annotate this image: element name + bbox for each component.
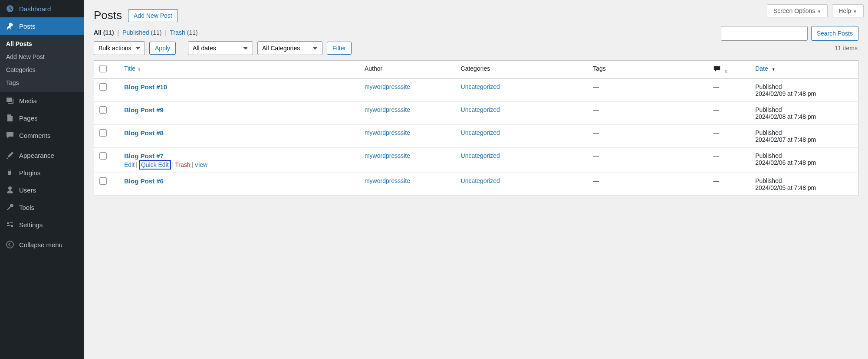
sidebar-item-pages[interactable]: Pages [0,109,84,127]
column-header-date[interactable]: Date [750,61,858,79]
sidebar-sub-all-posts[interactable]: All Posts [0,37,84,50]
column-header-author: Author [359,61,456,79]
item-count: 11 items [835,45,858,52]
sort-icon [137,67,141,72]
post-date: 2024/02/06 at 7:48 pm [755,159,816,166]
posts-table: Title Author Categories Tags Date Blog P… [94,60,858,196]
post-title-link[interactable]: Blog Post #10 [124,83,167,91]
filter-published[interactable]: Published (11) [122,29,161,36]
table-row: Blog Post #6 mywordpresssite Uncategoriz… [94,173,858,196]
post-author-link[interactable]: mywordpresssite [365,177,410,184]
sort-desc-icon [772,67,776,72]
sidebar-sub-categories[interactable]: Categories [0,63,84,76]
column-header-comments[interactable] [708,61,750,79]
post-title-link[interactable]: Blog Post #8 [124,129,164,137]
post-date-status: Published [755,129,782,136]
sidebar-item-posts[interactable]: Posts [0,17,84,35]
column-header-categories: Categories [456,61,588,79]
post-date: 2024/02/08 at 7:48 pm [755,113,816,120]
caret-down-icon: ▼ [853,9,857,14]
apply-button[interactable]: Apply [149,42,176,55]
sidebar-label: Posts [19,23,36,30]
post-author-link[interactable]: mywordpresssite [365,152,410,159]
post-author-link[interactable]: mywordpresssite [365,129,410,136]
post-title-link[interactable]: Blog Post #7 [124,152,164,160]
post-date: 2024/02/05 at 7:48 pm [755,184,816,191]
bulk-actions-select[interactable]: Bulk actions [94,41,145,55]
sidebar-item-plugins[interactable]: Plugins [0,164,84,181]
row-checkbox[interactable] [99,106,107,114]
sidebar-item-appearance[interactable]: Appearance [0,147,84,164]
sidebar-label: Dashboard [19,5,51,13]
post-title-link[interactable]: Blog Post #9 [124,106,164,114]
page-title: Posts [94,9,122,22]
table-row: Blog Post #10 mywordpresssite Uncategori… [94,79,858,102]
row-checkbox[interactable] [99,83,107,91]
page-header: Posts Add New Post [84,0,868,26]
add-new-post-button[interactable]: Add New Post [128,9,178,22]
filter-all[interactable]: All (11) [94,29,114,36]
sidebar-label: Pages [19,114,38,122]
sidebar-sub-add-new[interactable]: Add New Post [0,50,84,63]
user-icon [5,185,15,195]
dashboard-icon [5,4,15,13]
row-action-view[interactable]: View [194,161,207,168]
sidebar-item-dashboard[interactable]: Dashboard [0,0,84,17]
topbar: Screen Options▼ Help▼ [767,4,864,17]
column-header-title[interactable]: Title [119,61,359,79]
row-checkbox[interactable] [99,152,107,160]
row-action-quick-edit[interactable]: Quick Edit [139,160,171,170]
post-category-link[interactable]: Uncategorized [461,83,500,90]
main-content: Screen Options▼ Help▼ Posts Add New Post… [84,0,868,196]
table-controls: Bulk actions Apply All dates All Categor… [84,41,868,60]
filter-trash[interactable]: Trash (11) [170,29,198,36]
column-header-tags: Tags [588,61,708,79]
help-button[interactable]: Help▼ [832,4,864,17]
sidebar-sub-tags[interactable]: Tags [0,76,84,89]
sidebar-label: Comments [19,132,51,139]
post-comments-count: — [713,177,719,184]
post-tags: — [593,152,599,159]
sidebar-item-comments[interactable]: Comments [0,127,84,144]
search-posts-button[interactable]: Search Posts [811,26,858,41]
sidebar-label: Media [19,97,37,104]
post-comments-count: — [713,129,719,136]
sidebar-submenu-posts: All Posts Add New Post Categories Tags [0,35,84,92]
sidebar-label: Plugins [19,169,40,176]
post-date: 2024/02/07 at 7:48 pm [755,136,816,143]
date-filter-select[interactable]: All dates [188,41,253,55]
post-tags: — [593,106,599,113]
sidebar-item-users[interactable]: Users [0,181,84,196]
post-author-link[interactable]: mywordpresssite [365,106,410,113]
post-author-link[interactable]: mywordpresssite [365,83,410,90]
screen-options-button[interactable]: Screen Options▼ [767,4,828,17]
row-checkbox[interactable] [99,129,107,137]
sidebar-label: Users [19,186,36,194]
select-all-checkbox[interactable] [99,65,107,72]
post-tags: — [593,83,599,90]
page-icon [5,113,15,123]
row-actions: Edit|Quick Edit|Trash|View [124,161,354,168]
admin-sidebar: Dashboard Posts All Posts Add New Post C… [0,0,84,196]
sort-icon [724,69,728,74]
row-action-trash[interactable]: Trash [175,161,190,168]
post-date: 2024/02/09 at 7:48 pm [755,90,816,97]
search-input[interactable] [721,26,808,41]
pin-icon [5,21,15,31]
sidebar-label: Appearance [19,152,54,159]
media-icon [5,96,15,105]
post-date-status: Published [755,177,782,184]
post-category-link[interactable]: Uncategorized [461,106,500,113]
comment-icon [5,131,15,140]
category-filter-select[interactable]: All Categories [257,41,322,55]
row-checkbox[interactable] [99,177,107,185]
sidebar-item-media[interactable]: Media [0,92,84,109]
post-comments-count: — [713,106,719,113]
post-category-link[interactable]: Uncategorized [461,177,500,184]
row-action-edit[interactable]: Edit [124,161,135,168]
post-category-link[interactable]: Uncategorized [461,129,500,136]
post-title-link[interactable]: Blog Post #6 [124,177,164,185]
plugin-icon [5,168,15,177]
filter-button[interactable]: Filter [327,42,352,55]
post-category-link[interactable]: Uncategorized [461,152,500,159]
